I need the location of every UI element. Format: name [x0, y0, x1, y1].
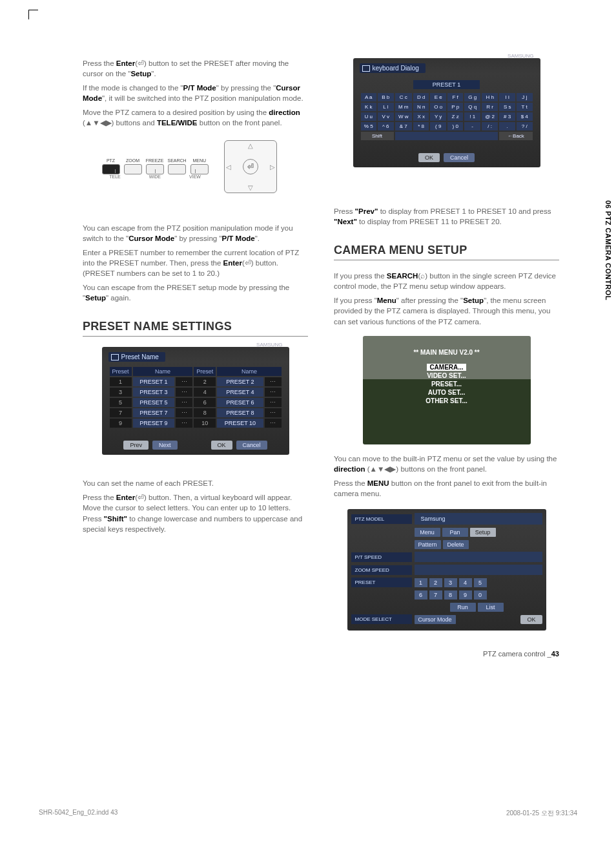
prev-button[interactable]: Prev [123, 441, 149, 450]
left-column: Press the Enter(⏎) button to set the PRE… [83, 58, 308, 631]
heading-rule [334, 260, 559, 260]
page-number: PTZ camera control _43 [83, 650, 559, 658]
paragraph: Press the Enter(⏎) button. Then, a virtu… [83, 492, 308, 534]
footer: SHR-5042_Eng_02.indd 43 2008-01-25 오전 9:… [39, 809, 577, 818]
brand-label: SAMSUNG [508, 53, 533, 59]
side-tab-label: 06 PTZ CAMERA CONTROL [604, 200, 612, 300]
list-chip[interactable]: List [478, 603, 504, 612]
direction-pad-icon: △▽◁▷ [224, 140, 277, 193]
paragraph: If the mode is changed to the "P/T Mode"… [83, 83, 308, 103]
camera-menu-item[interactable]: OTHER SET... [363, 397, 531, 404]
ok-button[interactable]: OK [211, 441, 232, 450]
camera-menu-item[interactable]: PRESET... [363, 381, 531, 388]
run-chip[interactable]: Run [450, 603, 476, 612]
paragraph: If you press "Menu" after pressing the "… [334, 295, 559, 326]
back-key: ←Back [499, 132, 532, 140]
paragraph: If you press the SEARCH(⌕) button in the… [334, 271, 559, 291]
panel-title: keyboard Dialog [360, 63, 426, 73]
camera-menu-item[interactable]: AUTO SET... [363, 389, 531, 396]
preset-name-panel: Preset Name SAMSUNG PresetName PresetNam… [102, 347, 289, 455]
panel-title: Preset Name [108, 352, 165, 362]
pt-speed-slider[interactable] [415, 552, 542, 562]
cancel-button[interactable]: Cancel [444, 153, 475, 162]
paragraph: You can set the name of each PRESET. [83, 478, 308, 488]
paragraph: Enter a PRESET number to remember the cu… [83, 247, 308, 278]
paragraph: You can escape from the PTZ position man… [83, 223, 308, 244]
paragraph: You can move to the built-in PTZ menu or… [334, 454, 559, 474]
shift-key: Shift [361, 132, 394, 140]
brand-label: SAMSUNG [256, 342, 282, 348]
zoom-speed-slider[interactable] [415, 565, 542, 575]
camera-menu-item-selected[interactable]: CAMERA... [427, 364, 466, 371]
keyboard-preset-field: PRESET 1 [413, 80, 480, 89]
paragraph: Move the PTZ camera to a desired positio… [83, 107, 308, 128]
delete-chip[interactable]: Delete [443, 540, 469, 549]
paragraph: Press the Enter(⏎) button to set the PRE… [83, 58, 308, 79]
ok-button[interactable]: OK [418, 153, 440, 162]
next-button[interactable]: Next [152, 441, 178, 450]
ptz-control-panel: PTZ MODEL Samsung . Menu Pan Setup . Pat… [347, 509, 546, 631]
mode-select-value[interactable]: Cursor Mode [415, 615, 456, 624]
pattern-chip[interactable]: Pattern [415, 540, 441, 549]
crop-mark [28, 10, 38, 19]
paragraph: You can escape from the PRESET setup mod… [83, 282, 308, 303]
paragraph: Press the MENU button on the front panel… [334, 478, 559, 499]
camera-menu-screenshot: ** MAIN MENU V2.0 ** CAMERA... VIDEO SET… [363, 336, 531, 444]
page-content: Press the Enter(⏎) button to set the PRE… [83, 58, 559, 658]
preset-table: PresetName PresetName 1PRESET 1⋯2PRESET … [108, 366, 283, 429]
heading-rule [83, 336, 308, 337]
dvr-panel-illustration: PTZ ZOOM FREEZE SEARCH MENU TELE WIDE VI… [102, 136, 289, 197]
footer-timestamp: 2008-01-25 오전 9:31:34 [506, 809, 577, 818]
paragraph: Press "Prev" to display from PRESET 1 to… [334, 206, 559, 227]
heading-camera-menu-setup: CAMERA MENU SETUP [334, 244, 559, 257]
pan-chip[interactable]: Pan [442, 528, 468, 537]
cancel-button[interactable]: Cancel [236, 441, 267, 450]
right-column: keyboard Dialog SAMSUNG PRESET 1 A aB bC… [334, 58, 559, 631]
keyboard-dialog-panel: keyboard Dialog SAMSUNG PRESET 1 A aB bC… [353, 58, 540, 167]
ok-button[interactable]: OK [520, 615, 542, 624]
menu-chip[interactable]: Menu [415, 528, 440, 537]
setup-chip[interactable]: Setup [470, 528, 496, 537]
camera-menu-item[interactable]: VIDEO SET... [363, 372, 531, 379]
footer-file: SHR-5042_Eng_02.indd 43 [39, 809, 118, 818]
virtual-keyboard[interactable]: A aB bC cD dE eF fG gH hI iJ j K kL lM m… [360, 92, 534, 141]
heading-preset-name-settings: PRESET NAME SETTINGS [83, 320, 308, 333]
